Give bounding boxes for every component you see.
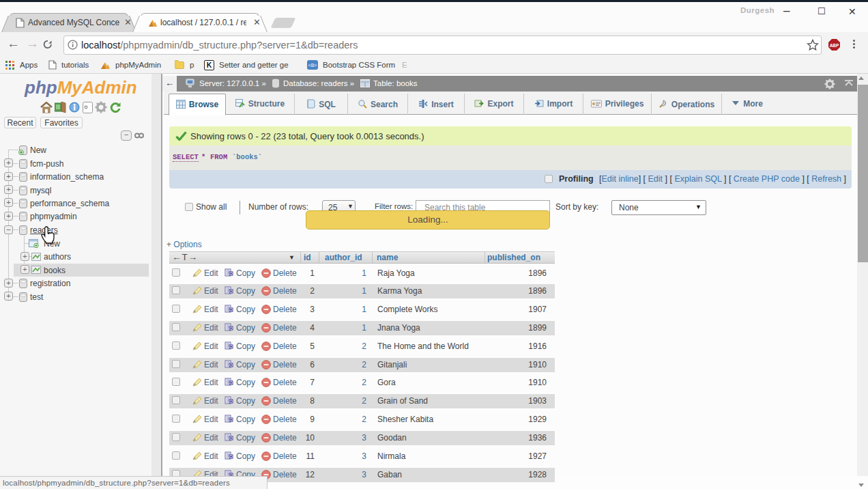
svg-text:ABP: ABP xyxy=(830,43,839,48)
svg-text:<B>: <B> xyxy=(308,63,317,68)
